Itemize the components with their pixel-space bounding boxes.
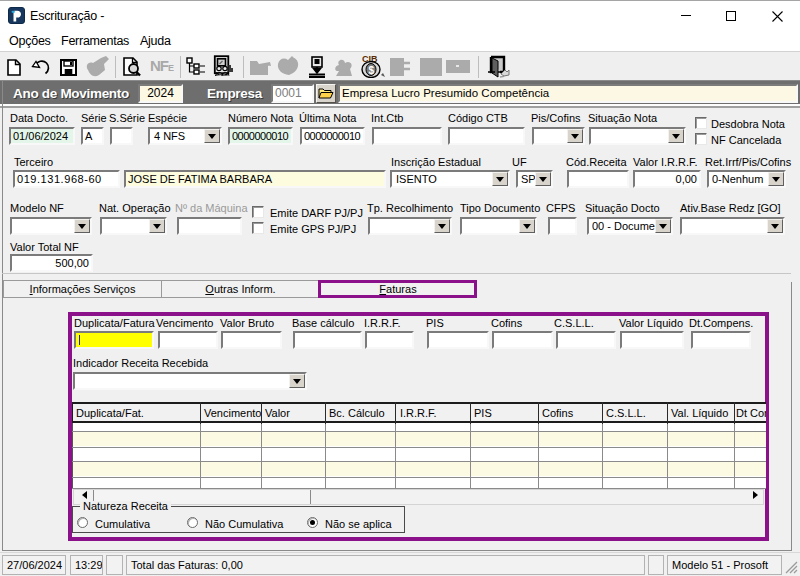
svg-text:$: $: [369, 65, 375, 76]
